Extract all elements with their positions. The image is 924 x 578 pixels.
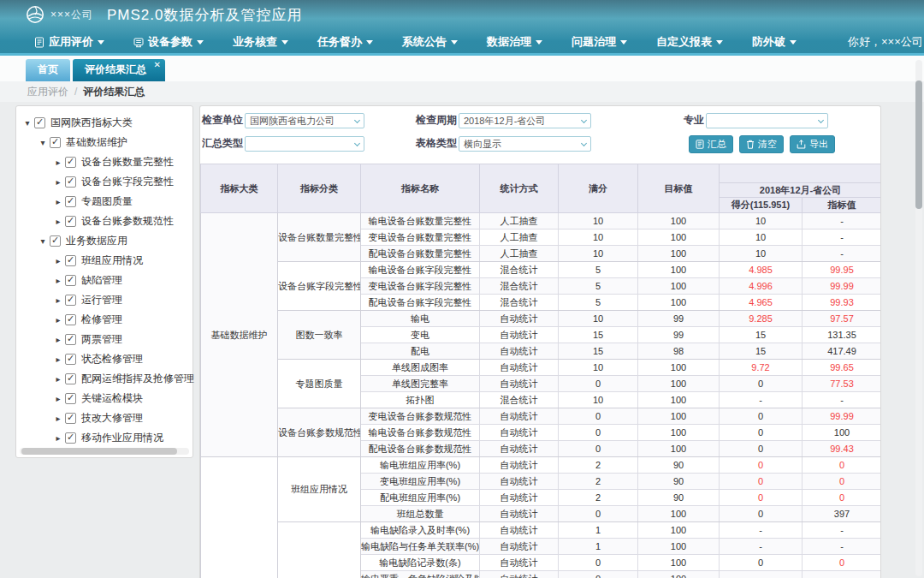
tree-item-9[interactable]: ▸运行管理 <box>16 290 192 310</box>
column-header-0: 指标大类 <box>201 164 278 213</box>
expand-icon[interactable]: ▸ <box>54 158 62 167</box>
nav-item-8[interactable]: 防外破 <box>752 34 797 50</box>
checkbox[interactable] <box>65 432 76 444</box>
stat-method-cell: 自动统计 <box>480 474 559 490</box>
checkbox[interactable] <box>65 275 76 286</box>
nav-item-0[interactable]: 应用评价 <box>34 34 104 50</box>
export-button[interactable]: 导出 <box>790 135 835 153</box>
nav-item-5[interactable]: 数据治理 <box>487 34 542 50</box>
scrollbar-thumb[interactable] <box>21 448 177 455</box>
indicator-value-cell: - <box>803 522 882 539</box>
checkbox[interactable] <box>65 196 76 207</box>
nav-item-7[interactable]: 自定义报表 <box>656 34 723 50</box>
indicator-name-cell: 输电设备台账参数规范性 <box>361 425 480 441</box>
clear-button[interactable]: 清空 <box>739 135 784 153</box>
period-label: 检查周期 <box>406 113 457 128</box>
tree-item-8[interactable]: ▸缺陷管理 <box>16 271 192 290</box>
checkbox[interactable] <box>50 137 61 148</box>
checkbox[interactable] <box>65 216 76 227</box>
summarytype-select[interactable] <box>245 136 364 152</box>
tree-item-15[interactable]: ▸技改大修管理 <box>16 408 192 428</box>
tree-item-4[interactable]: ▸专题图质量 <box>16 192 192 212</box>
nav-item-6[interactable]: 问题治理 <box>572 34 627 50</box>
indicator-value-cell: - <box>803 571 882 578</box>
tabletype-select[interactable]: 横向显示 <box>459 136 591 152</box>
stat-method-cell: 自动统计 <box>480 311 559 327</box>
target-value-cell: 90 <box>638 490 720 506</box>
summary-button[interactable]: 汇总 <box>689 135 733 153</box>
tree-item-0[interactable]: ▾国网陕西指标大类 <box>16 113 192 133</box>
expand-icon[interactable]: ▸ <box>54 197 62 206</box>
stat-method-cell: 自动统计 <box>480 425 559 441</box>
checkbox[interactable] <box>65 314 76 325</box>
target-value-cell: 100 <box>638 229 720 246</box>
expand-icon[interactable]: ▸ <box>54 394 62 403</box>
collapse-icon[interactable]: ▾ <box>23 118 32 128</box>
class-cell: 设备台账数量完整性 <box>278 213 361 262</box>
tree-item-10[interactable]: ▸检修管理 <box>16 310 192 330</box>
target-value-cell: 100 <box>638 571 720 578</box>
period-header: 2018年12月-省公司 <box>720 183 882 198</box>
breadcrumb-parent[interactable]: 应用评价 <box>27 85 68 99</box>
checkbox[interactable] <box>65 157 76 168</box>
expand-icon[interactable]: ▸ <box>54 335 62 344</box>
checkbox[interactable] <box>65 255 76 266</box>
nav-item-1[interactable]: 设备参数 <box>133 34 204 50</box>
tree-item-7[interactable]: ▸班组应用情况 <box>16 251 192 271</box>
nav-item-2[interactable]: 业务核查 <box>233 34 288 50</box>
tree-item-12[interactable]: ▸状态检修管理 <box>16 349 192 369</box>
collapse-icon[interactable]: ▾ <box>38 138 47 147</box>
checkbox[interactable] <box>65 354 76 365</box>
nav-item-3[interactable]: 任务督办 <box>317 34 373 50</box>
collapse-icon[interactable]: ▾ <box>38 236 47 246</box>
tree-item-11[interactable]: ▸两票管理 <box>16 330 192 349</box>
tree-item-16[interactable]: ▸移动作业应用情况 <box>16 428 192 448</box>
expand-icon[interactable]: ▸ <box>54 295 62 305</box>
scrollbar-thumb[interactable] <box>915 80 922 209</box>
expand-icon[interactable]: ▸ <box>54 374 62 384</box>
tree-item-3[interactable]: ▸设备台账字段完整性 <box>16 172 192 192</box>
indicator-tree-panel: ▾国网陕西指标大类▾基础数据维护▸设备台账数量完整性▸设备台账字段完整性▸专题图… <box>15 105 193 458</box>
full-score-cell: 10 <box>559 311 638 327</box>
tab-evaluation-summary[interactable]: 评价结果汇总 ✕ <box>73 59 165 81</box>
checkbox[interactable] <box>65 176 76 188</box>
tree-item-5[interactable]: ▸设备台账参数规范性 <box>16 212 192 231</box>
checkbox[interactable] <box>65 393 76 404</box>
close-icon[interactable]: ✕ <box>154 60 161 69</box>
stat-method-cell: 自动统计 <box>480 571 559 578</box>
checkbox[interactable] <box>50 235 61 247</box>
tree-item-1[interactable]: ▾基础数据维护 <box>16 133 192 152</box>
indicator-value-cell: 131.35 <box>803 327 882 343</box>
checkbox[interactable] <box>65 295 76 306</box>
expand-icon[interactable]: ▸ <box>54 256 62 265</box>
expand-icon[interactable]: ▸ <box>54 433 62 443</box>
checkbox[interactable] <box>65 334 76 345</box>
tab-home[interactable]: 首页 <box>26 59 70 81</box>
expand-icon[interactable]: ▸ <box>54 177 62 187</box>
score-cell: 10 <box>720 213 803 229</box>
checkbox[interactable] <box>65 373 76 384</box>
checkunit-select[interactable]: 国网陕西省电力公司 <box>245 113 364 128</box>
tree-item-13[interactable]: ▸配网运维指挥及抢修管理 <box>16 369 192 389</box>
expand-icon[interactable]: ▸ <box>54 355 62 364</box>
expand-icon[interactable]: ▸ <box>54 315 62 325</box>
checkbox[interactable] <box>34 117 45 128</box>
expand-icon[interactable]: ▸ <box>54 217 62 226</box>
nav-item-4[interactable]: 系统公告 <box>402 34 458 50</box>
expand-icon[interactable]: ▸ <box>54 276 62 285</box>
period-select[interactable]: 2018年12月-省公司 <box>459 113 591 128</box>
tree-item-6[interactable]: ▾业务数据应用 <box>16 231 192 251</box>
stat-method-cell: 人工抽查 <box>480 213 559 229</box>
results-panel: 检查单位 国网陕西省电力公司 检查周期 2018年12月-省公司 专业 汇总类型… <box>199 105 881 578</box>
checkbox[interactable] <box>65 413 76 424</box>
tree-item-2[interactable]: ▸设备台账数量完整性 <box>16 152 192 172</box>
horizontal-scrollbar[interactable] <box>20 448 189 455</box>
specialty-select[interactable] <box>706 113 828 128</box>
tree-item-14[interactable]: ▸关键运检模块 <box>16 389 192 408</box>
stat-method-cell: 自动统计 <box>480 490 559 506</box>
vertical-scrollbar[interactable] <box>915 60 922 576</box>
full-score-cell: 5 <box>559 278 638 295</box>
expand-icon[interactable]: ▸ <box>54 414 62 423</box>
indicator-value-cell: 99.93 <box>803 295 882 311</box>
indicator-value-cell: - <box>803 246 882 262</box>
